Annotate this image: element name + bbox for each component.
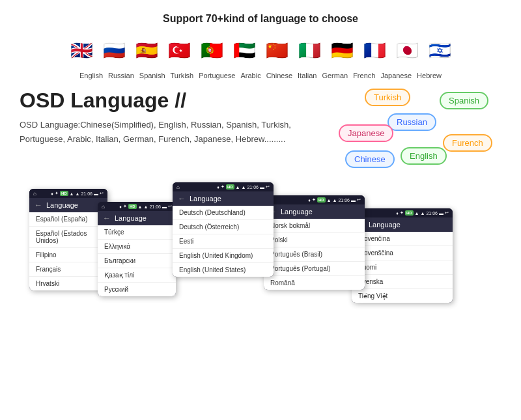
list-item[interactable]: Русский	[98, 283, 176, 296]
list-item[interactable]: Deutsch (Deutschland)	[173, 206, 274, 220]
list-item[interactable]: Norsk bokmål	[264, 219, 365, 233]
osd-title: OSD Language //	[20, 89, 326, 113]
signal-icon: ▲	[138, 204, 143, 209]
flag-circle-english: 🇬🇧	[66, 35, 96, 65]
osd-right: TurkishSpanishRussianJapaneseFurenchEngl…	[332, 89, 501, 173]
list-item[interactable]: Română	[264, 276, 365, 290]
osd-left: OSD Language // OSD Language:Chinese(Sim…	[20, 89, 326, 173]
list-item[interactable]: Español (España)	[29, 212, 107, 227]
screen-screen1: ⌂ ♦ ✦ HD ▲ ▲ 21:06 ▬ ↩ ← Language Españo…	[29, 189, 107, 290]
status-icons: ♦ ✦ HD ▲ ▲ 21:06 ▬ ↩	[51, 191, 104, 196]
time-display: 21:06	[81, 191, 92, 196]
bt-icon: ♦	[308, 198, 311, 203]
star-icon: ✦	[123, 204, 127, 209]
hd-badge: HD	[226, 184, 234, 189]
screen-header-title: Language	[190, 195, 221, 203]
flag-circle-hebrew: 🇮🇱	[425, 35, 455, 65]
status-icons: ♦ ✦ HD ▲ ▲ 21:06 ▬ ↩	[119, 204, 172, 209]
flag-circle-japanese: 🇯🇵	[392, 35, 422, 65]
signal2-icon: ▲	[333, 198, 337, 203]
status-icons: ♦ ✦ HD ▲ ▲ 21:06 ▬ ↩	[217, 184, 270, 189]
screen-list: Deutsch (Deutschland)Deutsch (Österreich…	[173, 206, 274, 277]
back-icon: ↩	[266, 184, 270, 189]
screen-statusbar: ⌂ ♦ ✦ HD ▲ ▲ 21:06 ▬ ↩	[29, 189, 107, 198]
screen-header: ← Language	[173, 191, 274, 206]
battery-icon: ▬	[351, 198, 356, 203]
battery-icon: ▬	[94, 191, 98, 196]
back-icon: ↩	[100, 191, 104, 196]
list-item[interactable]: English (United States)	[173, 263, 274, 277]
bubble-spanish: Spanish	[440, 92, 488, 109]
header-title: Support 70+kind of language to choose	[20, 13, 501, 25]
bubble-chinese: Chinese	[345, 150, 395, 168]
back-arrow-icon[interactable]: ←	[103, 214, 111, 223]
hd-badge: HD	[405, 210, 414, 216]
screen-list: Español (España)Español (Estados Unidos)…	[29, 212, 107, 290]
list-item[interactable]: Български	[98, 254, 176, 268]
screen-header-title: Language	[369, 221, 401, 229]
bubble-english: English	[401, 147, 447, 165]
main-container: Support 70+kind of language to choose 🇬🇧…	[0, 0, 521, 420]
time-display: 21:06	[426, 211, 438, 216]
home-icon: ⌂	[33, 191, 36, 197]
osd-description: OSD Language:Chinese(Simplified), Englis…	[20, 118, 326, 147]
list-item[interactable]: Ελληνικά	[98, 240, 176, 254]
list-item[interactable]: Hrvatski	[29, 277, 107, 290]
list-item[interactable]: Français	[29, 262, 107, 277]
screen-header-title: Language	[281, 208, 313, 216]
status-icons: ♦ ✦ HD ▲ ▲ 21:06 ▬ ↩	[396, 210, 449, 216]
lang-label-russian: Russian	[108, 72, 134, 79]
hd-badge: HD	[317, 197, 326, 203]
screen-screen2: ⌂ ♦ ✦ HD ▲ ▲ 21:06 ▬ ↩ ← Language Türkçe…	[98, 202, 176, 296]
screen-screen4: ⌂ ♦ ✦ HD ▲ ▲ 21:06 ▬ ↩ ← Language Norsk …	[264, 195, 365, 290]
screen-header: ← Language	[29, 198, 107, 212]
bubble-japanese: Japanese	[339, 124, 393, 142]
list-item[interactable]: Slovenščina	[352, 246, 453, 260]
list-item[interactable]: Español (Estados Unidos)	[29, 227, 107, 248]
screen-screen3: ⌂ ♦ ✦ HD ▲ ▲ 21:06 ▬ ↩ ← Language Deutsc…	[173, 182, 274, 277]
star-icon: ✦	[400, 210, 404, 216]
home-icon: ⌂	[176, 184, 180, 190]
list-item[interactable]: Suomi	[352, 260, 453, 275]
list-item[interactable]: Polski	[264, 233, 365, 247]
lang-label-turkish: Turkish	[171, 72, 194, 79]
list-item[interactable]: Қазақ тілі	[98, 268, 176, 283]
list-item[interactable]: Filipino	[29, 248, 107, 262]
screen-statusbar: ⌂ ♦ ✦ HD ▲ ▲ 21:06 ▬ ↩	[352, 208, 453, 217]
bt-icon: ♦	[217, 185, 219, 189]
screen-list: Norsk bokmålPolskiPortuguês (Brasil)Port…	[264, 219, 365, 290]
list-item[interactable]: Türkçe	[98, 225, 176, 240]
lang-label-japanese: Japanese	[380, 72, 412, 79]
screen-list: TürkçeΕλληνικάБългарскиҚазақ тіліРусский	[98, 225, 176, 296]
screen-screen5: ⌂ ♦ ✦ HD ▲ ▲ 21:06 ▬ ↩ ← Language Sloven…	[352, 208, 453, 303]
list-item[interactable]: Slovenčina	[352, 232, 453, 246]
flag-circle-portuguese: 🇵🇹	[197, 35, 227, 65]
back-icon: ↩	[357, 197, 361, 203]
screen-statusbar: ⌂ ♦ ✦ HD ▲ ▲ 21:06 ▬ ↩	[173, 182, 274, 191]
signal2-icon: ▲	[76, 191, 80, 196]
lang-label-arabic: Arabic	[240, 72, 260, 79]
signal2-icon: ▲	[242, 185, 246, 189]
status-icons: ♦ ✦ HD ▲ ▲ 21:06 ▬ ↩	[308, 197, 361, 203]
star-icon: ✦	[312, 197, 316, 203]
list-item[interactable]: English (United Kingdom)	[173, 249, 274, 263]
list-item[interactable]: Português (Brasil)	[264, 247, 365, 262]
list-item[interactable]: Eesti	[173, 234, 274, 249]
back-arrow-icon[interactable]: ←	[35, 201, 42, 210]
screen-statusbar: ⌂ ♦ ✦ HD ▲ ▲ 21:06 ▬ ↩	[264, 195, 365, 204]
signal2-icon: ▲	[421, 211, 425, 216]
bubble-furench: Furench	[443, 134, 492, 152]
list-item[interactable]: Svenska	[352, 275, 453, 289]
back-icon: ↩	[445, 210, 449, 216]
flag-circle-turkish: 🇹🇷	[164, 35, 194, 65]
list-item[interactable]: Tiếng Việt	[352, 289, 453, 303]
screen-header-title: Language	[46, 201, 78, 209]
back-arrow-icon[interactable]: ←	[178, 194, 186, 203]
flag-circle-german: 🇩🇪	[327, 35, 357, 65]
screen-header-title: Language	[115, 214, 147, 222]
lang-labels: EnglishRussianSpanishTurkishPortugueseAr…	[20, 72, 501, 79]
hd-badge: HD	[128, 204, 137, 209]
time-display: 21:06	[149, 204, 161, 209]
list-item[interactable]: Português (Portugal)	[264, 262, 365, 276]
list-item[interactable]: Deutsch (Österreich)	[173, 220, 274, 234]
